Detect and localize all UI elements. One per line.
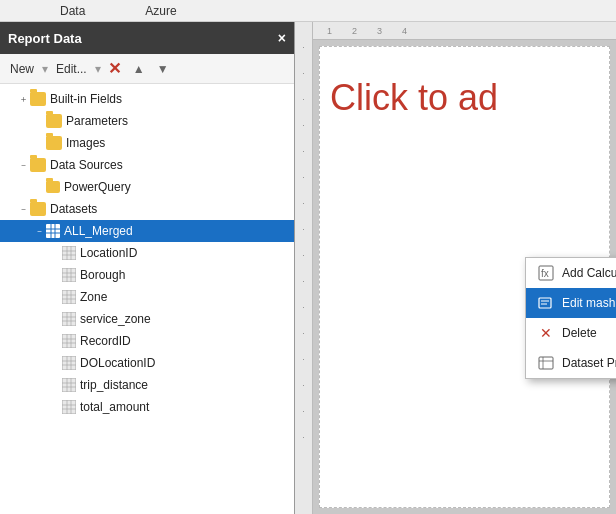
move-up-button[interactable]: ▲ [129,59,149,79]
tree-item-powerquery[interactable]: PowerQuery [0,176,294,198]
vertical-ruler: · · · · · · · · · · · · · · · · [295,22,313,514]
tree-item-zone[interactable]: Zone [0,286,294,308]
context-menu-edit-mashup[interactable]: Edit mashup... [526,288,616,318]
ruler-tick-v8: · [302,224,305,234]
tree-item-service-zone[interactable]: service_zone [0,308,294,330]
tree-item-builtin-fields[interactable]: ＋ Built-in Fields [0,88,294,110]
report-data-panel: Report Data × New ▾ Edit... ▾ ✕ ▲ ▼ ＋ Bu… [0,22,295,514]
expand-servicezone-icon [48,312,62,326]
svg-rect-5 [62,246,76,260]
tree-item-total-amount[interactable]: total_amount [0,396,294,418]
tree-item-locationid[interactable]: LocationID [0,242,294,264]
field-icon-recordid [62,334,76,348]
ruler-tick-v2: · [302,68,305,78]
ruler-tick-v3: · [302,94,305,104]
svg-rect-20 [62,312,76,326]
locationid-label: LocationID [80,246,137,260]
tree-item-images[interactable]: Images [0,132,294,154]
toolbar-sep-2: ▾ [95,62,101,76]
edit-mashup-icon [538,295,554,311]
ruler-tick-v9: · [302,250,305,260]
ruler-tick-v6: · [302,172,305,182]
ruler-1: 1 [327,26,332,36]
tree-item-datasets[interactable]: － Datasets [0,198,294,220]
menu-azure[interactable]: Azure [145,4,176,18]
datasets-label: Datasets [50,202,97,216]
context-menu-delete[interactable]: ✕ Delete [526,318,616,348]
expand-pq-icon [32,180,46,194]
ruler-3: 3 [377,26,382,36]
ruler-tick-v12: · [302,328,305,338]
tree-item-recordid[interactable]: RecordID [0,330,294,352]
context-menu: fx Add Calculated Field... Edit mashup..… [525,257,616,379]
context-menu-add-calculated[interactable]: fx Add Calculated Field... [526,258,616,288]
expand-totalamount-icon [48,400,62,414]
add-calculated-label: Add Calculated Field... [562,266,616,280]
folder-datasources-icon [30,158,46,172]
zone-label: Zone [80,290,107,304]
expand-borough-icon [48,268,62,282]
svg-rect-35 [62,378,76,392]
field-icon-borough [62,268,76,282]
svg-rect-15 [62,290,76,304]
tree-item-borough[interactable]: Borough [0,264,294,286]
ruler-tick-v11: · [302,302,305,312]
tree-item-data-sources[interactable]: － Data Sources [0,154,294,176]
svg-rect-0 [46,224,60,238]
ruler-tick-v5: · [302,146,305,156]
context-menu-dataset-properties[interactable]: Dataset Properties [526,348,616,378]
servicezone-label: service_zone [80,312,151,326]
toolbar-sep-1: ▾ [42,62,48,76]
expand-params-icon [32,114,46,128]
new-button[interactable]: New [6,60,38,78]
field-icon-totalamount [62,400,76,414]
ruler-tick-v7: · [302,198,305,208]
borough-label: Borough [80,268,125,282]
ruler-ticks: 1 2 3 4 [317,26,407,36]
tree-item-all-merged[interactable]: － ALL_Merged [0,220,294,242]
delete-label: Delete [562,326,597,340]
tree-item-trip-distance[interactable]: trip_distance [0,374,294,396]
field-icon-servicezone [62,312,76,326]
svg-rect-25 [62,334,76,348]
expand-allmerged-icon: － [32,224,46,238]
main-layout: Report Data × New ▾ Edit... ▾ ✕ ▲ ▼ ＋ Bu… [0,22,616,514]
totalamount-label: total_amount [80,400,149,414]
tree-item-dolocationid[interactable]: DOLocationID [0,352,294,374]
delete-toolbar-button[interactable]: ✕ [105,59,125,79]
edit-button[interactable]: Edit... [52,60,91,78]
expand-recordid-icon [48,334,62,348]
ruler-tick-v15: · [302,406,305,416]
menu-data[interactable]: Data [60,4,85,18]
data-sources-label: Data Sources [50,158,123,172]
svg-rect-50 [539,357,553,369]
horizontal-ruler: 1 2 3 4 [313,22,616,40]
svg-text:fx: fx [541,268,549,279]
expand-zone-icon [48,290,62,304]
folder-params-icon [46,114,62,128]
ruler-tick-v1: · [302,42,305,52]
ruler-tick-v16: · [302,432,305,442]
expand-tripdistance-icon [48,378,62,392]
folder-datasets-icon [30,202,46,216]
content-area: · · · · · · · · · · · · · · · · [295,22,616,514]
images-label: Images [66,136,105,150]
panel-close-button[interactable]: × [278,30,286,46]
edit-mashup-label: Edit mashup... [562,296,616,310]
expand-images-icon [32,136,46,150]
builtin-fields-label: Built-in Fields [50,92,122,106]
folder-images-icon [46,136,62,150]
powerquery-label: PowerQuery [64,180,131,194]
svg-rect-40 [62,400,76,414]
expand-locationid-icon [48,246,62,260]
ruler-4: 4 [402,26,407,36]
add-calculated-icon: fx [538,265,554,281]
ruler-tick-v14: · [302,380,305,390]
tree-item-parameters[interactable]: Parameters [0,110,294,132]
recordid-label: RecordID [80,334,131,348]
move-down-button[interactable]: ▼ [153,59,173,79]
folder-builtin-icon [30,92,46,106]
report-data-tree: ＋ Built-in Fields Parameters Images － Da [0,84,294,514]
field-icon-dolocationid [62,356,76,370]
field-icon-tripdistance [62,378,76,392]
